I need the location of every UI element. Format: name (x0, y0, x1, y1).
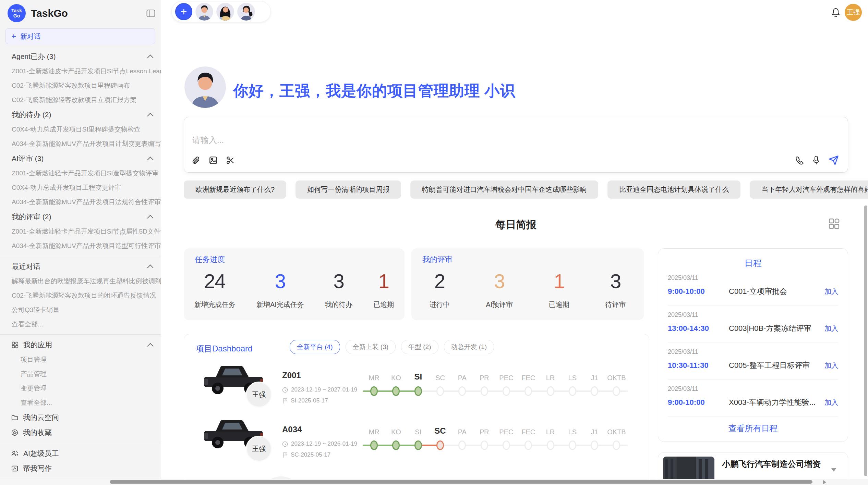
chevron-up-icon[interactable] (147, 264, 153, 271)
chevron-up-icon[interactable] (147, 343, 153, 349)
dashboard-layout-icon[interactable] (828, 218, 840, 229)
scroll-right-arrow-icon[interactable] (823, 480, 826, 485)
scissors-icon[interactable] (226, 156, 235, 165)
suggestion-chip[interactable]: 当下年轻人对汽车外观有怎样的喜好趋势 (750, 181, 868, 199)
event-time: 13:00-14:30 (668, 324, 719, 333)
sidebar-section-title: AI评审 (3) (12, 154, 44, 163)
vertical-scrollbar-thumb[interactable] (864, 206, 867, 476)
microphone-icon[interactable] (812, 156, 820, 165)
sidebar-item-ai-super-staff[interactable]: AI超级员工 (0, 446, 161, 461)
sidebar-list-item[interactable]: A034-全新新能源MUV产品开发项目计划变更表编写 (0, 137, 161, 151)
sidebar-list-item[interactable]: Z001-全新燃油皮卡产品开发项目SI节点Lesson Learn报告 (0, 64, 161, 78)
sidebar-list-item[interactable]: C0X4-动力总成开发项目工程变更评审 (0, 181, 161, 195)
dashboard-filter-chip[interactable]: 年型 (2) (401, 340, 438, 354)
chat-input[interactable] (192, 135, 742, 145)
sidebar-list-item[interactable]: 解释最新出台的欧盟报废车法规再生塑料比例被调到15%... (0, 274, 161, 288)
sidebar-list-item[interactable]: Z001-全新燃油轻卡产品开发项目SI节点属性5D文件评审 (0, 224, 161, 239)
project-row[interactable]: 王强 Z001 2023-12-19 ~ 2027-01-19 SI-2025-… (184, 361, 649, 415)
milestone-label: PA (451, 428, 473, 436)
milestone: PR (473, 415, 495, 469)
sidebar-collapse-icon[interactable] (146, 9, 155, 17)
milestone-dot (569, 386, 576, 396)
view-all-schedule-link[interactable]: 查看所有日程 (668, 423, 838, 434)
milestone-label: KO (385, 374, 407, 382)
user-avatar[interactable]: 王强 (845, 4, 862, 21)
milestone-connector (422, 390, 429, 392)
suggestion-chip[interactable]: 特朗普可能对进口汽车增税会对中国车企造成哪些影响 (410, 181, 598, 199)
dashboard-filter-chip[interactable]: 全新平台 (4) (290, 340, 340, 354)
sidebar-list-item[interactable]: 查看全部... (0, 317, 161, 332)
sidebar-list-item[interactable]: C02-飞腾新能源轻客改款项目的闭环通告反馈情况 (0, 288, 161, 303)
recent-section-header[interactable]: 最近对话 (0, 259, 161, 274)
sidebar-item-favorites[interactable]: 我的收藏 (0, 425, 161, 440)
apps-section-header[interactable]: 我的应用 (0, 337, 161, 352)
milestone-connector (583, 390, 591, 392)
sidebar-list-item[interactable]: A034-全新新能源MUV产品开发项目造型可行性评审 (0, 239, 161, 253)
attachment-icon[interactable] (192, 156, 201, 165)
sidebar-section: Agent已办 (3) Z001-全新燃油皮卡产品开发项目SI节点Lesson … (0, 49, 161, 107)
sidebar-list-item[interactable]: C02-飞腾新能源轻客改款项目立项汇报方案 (0, 93, 161, 107)
stat-label: 新增完成任务 (194, 300, 236, 309)
chevron-up-icon[interactable] (147, 54, 153, 61)
chevron-up-icon[interactable] (147, 215, 153, 221)
sidebar-list-item[interactable]: 查看全部... (0, 396, 161, 410)
event-time: 10:30-11:30 (668, 361, 719, 370)
milestone-connector (400, 390, 407, 392)
sidebar-list-item[interactable]: C0X4-动力总成开发项目SI里程碑提交物检查 (0, 122, 161, 137)
event-join-link[interactable]: 加入 (824, 361, 838, 370)
stat-value: 1 (373, 270, 394, 293)
dashboard-filter-chip[interactable]: 动总开发 (1) (444, 340, 494, 354)
horizontal-scrollbar-thumb[interactable] (110, 480, 812, 484)
milestone-label: J1 (583, 374, 605, 382)
image-icon[interactable] (209, 156, 218, 165)
scroll-down-arrow-icon[interactable] (831, 468, 836, 472)
stat-card: 任务进度 24 新增完成任务 3 新增AI完成任务 3 我的待办 1 已逾期 (184, 248, 405, 320)
new-chat-button[interactable]: + 新对话 (5, 28, 155, 44)
agent-avatar-1[interactable] (195, 3, 213, 21)
taskgo-logo: Task Go (8, 4, 26, 22)
agent-avatar-2[interactable] (216, 3, 234, 21)
sidebar-list-item[interactable]: 项目管理 (0, 352, 161, 367)
milestone-label: SC (429, 374, 451, 382)
sidebar-section-header[interactable]: 我的评审 (2) (0, 209, 161, 224)
sidebar-section-header[interactable]: Agent已办 (3) (0, 49, 161, 64)
chevron-up-icon[interactable] (147, 113, 153, 119)
sidebar-list-item[interactable]: Z001-全新燃油轻卡产品开发项目SI造型提交物评审 (0, 166, 161, 181)
milestone-dot (481, 440, 488, 450)
event-join-link[interactable]: 加入 (824, 398, 838, 407)
suggestion-chip[interactable]: 比亚迪全固态电池计划具体说了什么 (607, 181, 740, 199)
sidebar-section-header[interactable]: 我的待办 (2) (0, 107, 161, 122)
add-agent-button[interactable]: + (175, 3, 192, 20)
sidebar-list-item[interactable]: 变更管理 (0, 381, 161, 396)
flag-icon (282, 398, 288, 404)
milestone-dot (503, 440, 510, 450)
milestone-label: MR (363, 374, 385, 382)
cloud-space-label: 我的云空间 (23, 413, 59, 422)
notification-bell-icon[interactable] (831, 8, 841, 18)
new-chat-label: 新对话 (20, 32, 41, 41)
project-row[interactable]: 王强 A034 2023-12-19 ~ 2026-01-19 SC-2025-… (184, 415, 649, 469)
milestone-connector (554, 445, 562, 446)
sidebar-item-cloud-space[interactable]: 我的云空间 (0, 410, 161, 425)
suggestion-chip[interactable]: 如何写一份清晰的项目周报 (296, 181, 401, 199)
suggestion-chip[interactable]: 欧洲新规最近颁布了什么? (184, 181, 286, 199)
send-icon[interactable] (829, 155, 839, 165)
sidebar-list-item[interactable]: A034-全新新能源MUV产品开发项目法规符合性评审 (0, 195, 161, 209)
sidebar-section-header[interactable]: AI评审 (3) (0, 151, 161, 166)
stat-value: 3 (325, 270, 352, 293)
sidebar-list-item[interactable]: 公司Q3轻卡销量 (0, 303, 161, 317)
event-join-link[interactable]: 加入 (824, 287, 838, 296)
chevron-up-icon[interactable] (147, 157, 153, 163)
sidebar-list-item[interactable]: C02-飞腾新能源轻客改款项目里程碑画布 (0, 78, 161, 93)
sidebar-list-item[interactable]: 产品管理 (0, 367, 161, 381)
event-join-link[interactable]: 加入 (824, 324, 838, 333)
milestone-connector (605, 445, 613, 446)
stat-card: 我的评审 2 进行中 3 AI预评审 1 已逾期 3 待评审 (411, 248, 644, 320)
milestone-dot (525, 440, 532, 450)
sidebar-item-help-write[interactable]: 帮我写作 (0, 461, 161, 476)
phone-icon[interactable] (795, 156, 804, 165)
dashboard-filter-chip[interactable]: 全新上装 (3) (346, 340, 396, 354)
milestone-connector (473, 390, 481, 392)
agent-avatar-3[interactable] (237, 3, 255, 21)
project-dates: 2023-12-19 ~ 2026-01-19 (282, 440, 357, 447)
